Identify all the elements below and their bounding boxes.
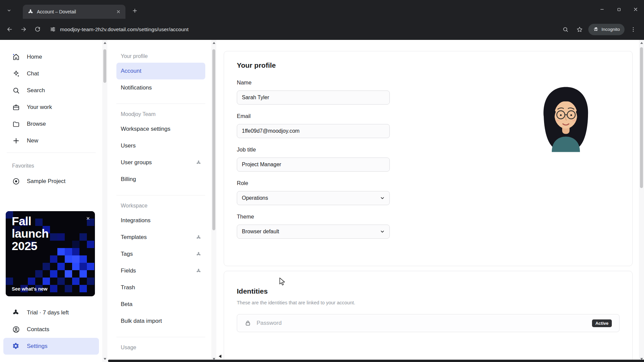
promo-close-button[interactable] — [84, 214, 92, 223]
scrollbar-thumb[interactable] — [103, 49, 106, 83]
promo-cta-link[interactable]: See what's new — [12, 286, 48, 292]
job-title-input[interactable] — [237, 158, 390, 172]
status-badge: Active — [592, 319, 612, 327]
favorites-heading: Favorites — [0, 156, 102, 173]
profile-heading: Your profile — [237, 61, 620, 69]
settings-nav-item-fields[interactable]: Fields — [116, 262, 205, 279]
scrollbar-thumb[interactable] — [212, 49, 215, 230]
settings-nav-item-workspace-settings[interactable]: Workspace settings — [116, 121, 205, 137]
role-field: Role Operations — [237, 180, 390, 205]
reload-button[interactable] — [31, 23, 44, 36]
sidebar-item-sample-project[interactable]: Sample Project — [0, 173, 102, 190]
scroll-left-arrow[interactable] — [219, 355, 221, 358]
site-info-icon[interactable] — [50, 26, 56, 33]
browser-tab[interactable]: Account – Dovetail — [23, 5, 125, 19]
plus-icon — [12, 137, 20, 145]
settings-nav-item-trash[interactable]: Trash — [116, 279, 205, 296]
sidebar-item-new[interactable]: New — [0, 132, 102, 149]
sidebar-item-label: Sample Project — [27, 178, 65, 185]
settings-section-heading: Workspace — [116, 203, 205, 212]
person-icon — [12, 325, 20, 334]
forward-button[interactable] — [17, 23, 30, 36]
browser-chrome: Account – Dovetail — [0, 0, 644, 40]
new-tab-button[interactable] — [129, 5, 140, 16]
scrollbar-thumb[interactable] — [640, 47, 643, 188]
page-scrollbar — [639, 40, 644, 362]
dovetail-favicon-icon — [28, 9, 34, 15]
email-input[interactable] — [237, 124, 390, 138]
maximize-icon — [616, 7, 622, 12]
sidebar-divider — [7, 153, 96, 153]
reload-icon — [34, 26, 41, 33]
back-button[interactable] — [3, 23, 16, 36]
sidebar-item-your-work[interactable]: Your work — [0, 99, 102, 116]
identity-label: Password — [257, 320, 282, 326]
browser-toolbar: moodjoy-team-2h2v.dovetail.com/settings/… — [0, 19, 644, 40]
scroll-down-arrow[interactable] — [104, 358, 106, 360]
sidebar-item-label: Search — [27, 87, 45, 94]
address-bar[interactable]: moodjoy-team-2h2v.dovetail.com/settings/… — [45, 22, 558, 37]
chevron-down-icon — [379, 195, 385, 201]
minimize-button[interactable] — [594, 0, 610, 19]
nav-item-label: Users — [121, 142, 136, 149]
sidebar-item-trial[interactable]: Trial · 7 days left — [0, 304, 102, 321]
target-icon — [12, 177, 20, 185]
sidebar-item-label: Home — [27, 54, 42, 60]
scroll-up-arrow[interactable] — [640, 42, 643, 44]
close-window-button[interactable] — [627, 0, 644, 19]
theme-value: Browser default — [242, 229, 279, 235]
folder-icon — [12, 120, 20, 128]
name-input[interactable] — [237, 90, 390, 105]
nav-item-label: Billing — [121, 176, 136, 183]
nav-item-label: Integrations — [121, 217, 151, 224]
promo-card[interactable]: Fall launch 2025 See what's new — [6, 211, 95, 296]
incognito-badge[interactable]: Incognito — [588, 24, 625, 35]
sidebar-item-browse[interactable]: Browse — [0, 116, 102, 132]
email-label: Email — [237, 113, 390, 119]
settings-nav-item-users[interactable]: Users — [116, 137, 205, 154]
horizontal-scrollbar[interactable] — [108, 360, 644, 362]
settings-nav-item-templates[interactable]: Templates — [116, 229, 205, 246]
settings-nav-item-tags[interactable]: Tags — [116, 246, 205, 262]
scroll-up-arrow[interactable] — [104, 42, 106, 44]
zoom-icon[interactable] — [559, 23, 572, 36]
sidebar-item-search[interactable]: Search — [0, 82, 102, 99]
tab-title: Account – Dovetail — [37, 9, 111, 14]
sidebar-item-settings[interactable]: Settings — [3, 338, 99, 355]
password-identity-row[interactable]: Password Active — [237, 314, 620, 332]
settings-content: Your profile Name Email Job title Role O… — [216, 40, 639, 362]
browser-menu-button[interactable] — [627, 23, 640, 36]
nav-item-label: Notifications — [121, 84, 152, 91]
sidebar-item-contacts[interactable]: Contacts — [0, 321, 102, 338]
nav-item-label: Tags — [121, 251, 133, 257]
maximize-button[interactable] — [610, 0, 627, 19]
tab-search-button[interactable] — [4, 5, 14, 15]
role-select[interactable]: Operations — [237, 191, 390, 205]
tab-close-button[interactable] — [115, 8, 122, 15]
profile-avatar — [532, 82, 599, 154]
lock-icon — [245, 320, 251, 326]
upgrade-badge-icon — [196, 235, 201, 240]
sidebar-item-chat[interactable]: Chat — [0, 65, 102, 82]
sidebar-item-home[interactable]: Home — [0, 49, 102, 65]
upgrade-badge-icon — [196, 160, 201, 165]
sidebar-item-label: Browse — [27, 121, 46, 127]
settings-nav-item-integrations[interactable]: Integrations — [116, 212, 205, 229]
upgrade-badge-icon — [196, 251, 201, 257]
settings-nav-divider — [116, 337, 205, 337]
scroll-up-arrow[interactable] — [213, 42, 215, 44]
settings-nav-item-user-groups[interactable]: User groups — [116, 154, 205, 171]
close-icon — [116, 9, 121, 14]
theme-select[interactable]: Browser default — [237, 225, 390, 239]
email-field: Email — [237, 113, 390, 138]
nav-item-label: Fields — [121, 267, 136, 274]
settings-section-heading: Your profile — [116, 53, 205, 63]
settings-nav-item-account[interactable]: Account — [116, 63, 205, 79]
settings-nav-item-beta[interactable]: Beta — [116, 296, 205, 313]
forward-arrow-icon — [20, 26, 27, 33]
theme-label: Theme — [237, 214, 390, 220]
bookmark-star-button[interactable] — [573, 23, 586, 36]
settings-nav-item-notifications[interactable]: Notifications — [116, 79, 205, 96]
settings-nav-item-billing[interactable]: Billing — [116, 171, 205, 188]
settings-nav-item-bulk-data-import[interactable]: Bulk data import — [116, 313, 205, 329]
